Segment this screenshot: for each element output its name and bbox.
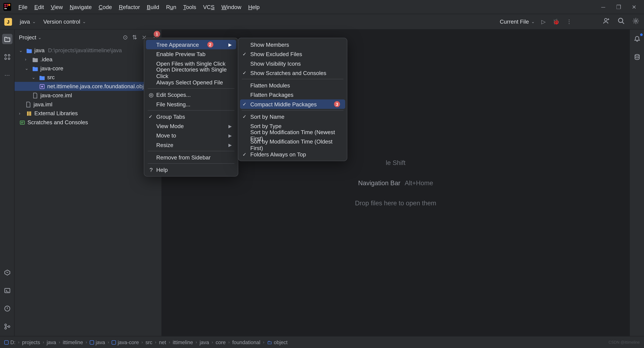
breadcrumb-item[interactable]: net xyxy=(159,339,166,345)
breadcrumb-item[interactable]: D: xyxy=(4,339,16,345)
git-tool-button[interactable] xyxy=(2,321,12,332)
structure-tool-button[interactable] xyxy=(2,52,12,62)
tree-core-iml[interactable]: java-core.iml xyxy=(14,91,162,100)
menu-show-visibility[interactable]: Show Visibility Icons xyxy=(240,59,345,68)
expand-all-icon[interactable]: ⇅ xyxy=(132,34,137,41)
breadcrumb-item[interactable]: ittimeline xyxy=(63,339,83,345)
tree-external-libraries[interactable]: › External Libraries xyxy=(14,109,162,118)
menu-flatten-packages[interactable]: Flatten Packages xyxy=(240,90,345,99)
breadcrumb-item[interactable]: ittimeline xyxy=(173,339,193,345)
menu-move-to[interactable]: Move to▶ xyxy=(146,131,236,140)
menu-build[interactable]: Build xyxy=(144,2,162,12)
menu-vcs[interactable]: VCS xyxy=(200,2,218,12)
tree-idea-folder[interactable]: › .idea xyxy=(14,55,162,64)
more-actions-icon[interactable]: ⋮ xyxy=(566,18,572,25)
version-control-selector[interactable]: Version control ⌄ xyxy=(43,18,86,25)
menu-file[interactable]: File xyxy=(16,2,30,12)
code-with-me-icon[interactable] xyxy=(603,17,610,26)
svg-rect-2 xyxy=(8,4,10,6)
scope-icon: ◎ xyxy=(148,91,154,98)
menu-resize[interactable]: Resize▶ xyxy=(146,140,236,150)
tree-package-selected[interactable]: net.ittimeline.java.core.foundational.ob… xyxy=(14,82,162,91)
menu-code[interactable]: Code xyxy=(96,2,115,12)
menu-show-scratches[interactable]: ✓Show Scratches and Consoles xyxy=(240,68,345,78)
menu-show-members[interactable]: Show Members xyxy=(240,40,345,49)
menu-window[interactable]: Window xyxy=(218,2,244,12)
breadcrumb-item[interactable]: java xyxy=(200,339,209,345)
menu-view[interactable]: View xyxy=(48,2,66,12)
minimize-button[interactable]: ─ xyxy=(600,3,607,11)
nav-bar-shortcut: Alt+Home xyxy=(405,179,433,186)
select-opened-file-icon[interactable]: ⊙ xyxy=(123,34,128,41)
breadcrumb-item[interactable]: java xyxy=(90,339,105,345)
menu-separator xyxy=(242,79,344,79)
project-tree[interactable]: ⌄ java D:\projects\java\ittimeline\java … xyxy=(14,45,162,336)
chevron-down-icon: ⌄ xyxy=(82,19,86,24)
menu-sort-mod-old[interactable]: Sort by Modification Time (Oldest First) xyxy=(240,140,345,150)
menu-tools[interactable]: Tools xyxy=(180,2,199,12)
project-panel-title[interactable]: Project ⌄ xyxy=(19,34,42,40)
menu-edit[interactable]: Edit xyxy=(31,2,47,12)
menu-navigate[interactable]: Navigate xyxy=(67,2,95,12)
project-tool-button[interactable] xyxy=(2,34,12,44)
services-tool-button[interactable] xyxy=(2,267,12,278)
menu-enable-preview[interactable]: Enable Preview Tab xyxy=(146,49,236,59)
terminal-tool-button[interactable] xyxy=(2,285,12,296)
breadcrumb-item[interactable]: java-core xyxy=(112,339,139,345)
run-config-selector[interactable]: Current File ⌄ xyxy=(500,18,534,25)
menu-refactor[interactable]: Refactor xyxy=(116,2,143,12)
tree-java-iml[interactable]: java.iml xyxy=(14,100,162,109)
svg-point-16 xyxy=(42,86,43,87)
menu-help[interactable]: ?Help xyxy=(146,165,236,174)
search-icon[interactable] xyxy=(617,17,625,26)
window-controls: ─ ❐ ✕ xyxy=(600,3,641,11)
menu-file-nesting[interactable]: File Nesting... xyxy=(146,99,236,109)
menu-tree-appearance[interactable]: Tree Appearance 2 ▶ xyxy=(146,40,236,49)
maximize-button[interactable]: ❐ xyxy=(615,3,622,11)
menu-edit-scopes[interactable]: ◎Edit Scopes... xyxy=(146,90,236,99)
menu-sort-name[interactable]: ✓Sort by Name xyxy=(240,112,345,121)
project-panel: Project ⌄ ⊙ ⇅ ⤫ ⋮ 1 ⌄ java D:\projec xyxy=(14,30,162,336)
menu-group-tabs[interactable]: ✓Group Tabs xyxy=(146,112,236,121)
close-button[interactable]: ✕ xyxy=(630,3,638,11)
settings-icon[interactable] xyxy=(632,17,640,26)
menu-help[interactable]: Help xyxy=(245,2,263,12)
breadcrumb-item[interactable]: core xyxy=(216,339,226,345)
debug-icon[interactable]: 🐞 xyxy=(552,18,560,25)
watermark: CSDN @ittimeline xyxy=(608,340,640,345)
menu-remove-sidebar[interactable]: Remove from Sidebar xyxy=(146,153,236,162)
database-tool-button[interactable] xyxy=(632,52,642,62)
breadcrumb-item[interactable]: foundational xyxy=(232,339,260,345)
notifications-button[interactable] xyxy=(632,34,642,44)
tree-scratches[interactable]: Scratches and Consoles xyxy=(14,118,162,127)
breadcrumb-item[interactable]: 🗀object xyxy=(267,339,288,345)
tree-src-folder[interactable]: ⌄ src xyxy=(14,73,162,82)
svg-point-12 xyxy=(4,324,6,326)
breadcrumb-item[interactable]: src xyxy=(146,339,152,345)
menu-separator xyxy=(148,163,234,164)
breadcrumb-item[interactable]: java xyxy=(46,339,56,345)
tree-root[interactable]: ⌄ java D:\projects\java\ittimeline\java xyxy=(14,46,162,55)
project-icon[interactable]: J xyxy=(4,18,12,25)
left-tool-rail: ⋯ xyxy=(0,30,14,336)
tree-label: src xyxy=(47,74,55,81)
menu-show-excluded[interactable]: ✓Show Excluded Files xyxy=(240,49,345,59)
scratches-icon xyxy=(19,119,26,126)
breadcrumb-item[interactable]: projects xyxy=(22,339,40,345)
more-tool-button[interactable]: ⋯ xyxy=(2,70,12,80)
svg-point-13 xyxy=(4,327,6,329)
menu-always-select[interactable]: Always Select Opened File xyxy=(146,78,236,87)
menu-run[interactable]: Run xyxy=(163,2,179,12)
run-icon[interactable]: ▷ xyxy=(541,18,546,25)
tree-label: .idea xyxy=(40,56,52,62)
module-icon xyxy=(112,340,116,345)
menu-folders-top[interactable]: ✓Folders Always on Top xyxy=(240,150,345,159)
menu-flatten-modules[interactable]: Flatten Modules xyxy=(240,81,345,90)
tree-java-core-module[interactable]: ⌄ java-core xyxy=(14,64,162,73)
menu-compact-middle[interactable]: ✓Compact Middle Packages3 xyxy=(240,99,345,109)
tree-label: java-core xyxy=(40,65,64,71)
menu-open-dirs-single[interactable]: Open Directories with Single Click xyxy=(146,68,236,78)
project-selector[interactable]: java ⌄ xyxy=(20,18,36,25)
menu-view-mode[interactable]: View Mode▶ xyxy=(146,121,236,131)
problems-tool-button[interactable] xyxy=(2,304,12,314)
